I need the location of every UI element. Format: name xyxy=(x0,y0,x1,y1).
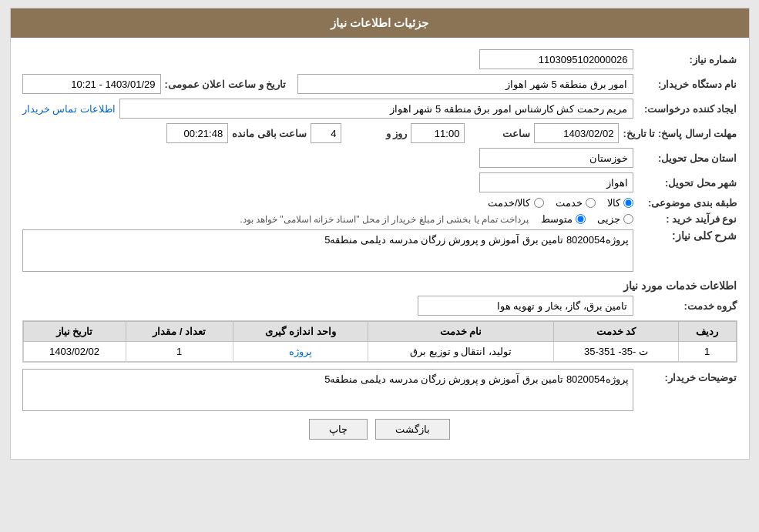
response-time-input[interactable] xyxy=(411,123,465,143)
back-button[interactable]: بازگشت xyxy=(375,419,450,440)
button-row: بازگشت چاپ xyxy=(22,419,737,447)
response-deadline-label: مهلت ارسال پاسخ: تا تاریخ: xyxy=(623,128,737,139)
creator-label: ایجاد کننده درخواست: xyxy=(637,103,737,115)
services-table: ردیف کد خدمت نام خدمت واحد اندازه گیری ت… xyxy=(23,321,737,362)
category-label-khadamat: خدمت xyxy=(556,197,583,209)
col-unit: واحد اندازه گیری xyxy=(233,322,368,342)
category-label: طبقه بندی موضوعی: xyxy=(637,197,737,209)
col-date: تاریخ نیاز xyxy=(23,322,126,342)
purchase-type-label-jozii: جزیی xyxy=(597,213,620,225)
services-section-title: اطلاعات خدمات مورد نیاز xyxy=(22,279,737,292)
print-button[interactable]: چاپ xyxy=(309,419,368,440)
purchase-type-label-motavaset: متوسط xyxy=(541,213,573,225)
cell-code: ت -35- 351-35 xyxy=(553,342,678,362)
buyer-desc-label: توضیحات خریدار: xyxy=(637,369,737,383)
purchase-type-radio-jozii[interactable] xyxy=(623,214,633,224)
cell-unit: پروژه xyxy=(233,342,368,362)
response-remaining-input[interactable] xyxy=(166,123,228,143)
service-group-label: گروه خدمت: xyxy=(637,300,737,312)
category-radio-khadamat[interactable] xyxy=(586,198,596,208)
response-time-label: ساعت xyxy=(468,128,530,139)
need-description-section-title: شرح کلی نیاز: xyxy=(637,229,737,242)
col-code: کد خدمت xyxy=(553,322,678,342)
category-option-khadamat: خدمت xyxy=(556,197,596,209)
category-radio-kala[interactable] xyxy=(623,198,633,208)
need-number-row: شماره نیاز: xyxy=(22,49,737,69)
need-number-input[interactable] xyxy=(479,49,633,69)
buyer-org-input[interactable] xyxy=(297,74,633,94)
services-table-container: ردیف کد خدمت نام خدمت واحد اندازه گیری ت… xyxy=(22,320,737,363)
category-label-kala: کالا xyxy=(607,197,620,209)
cell-row-num: 1 xyxy=(678,342,736,362)
buyer-desc-textarea[interactable]: پروژه8020054 تامین برق آموزش و پرورش زرگ… xyxy=(22,369,633,411)
province-row: استان محل تحویل: xyxy=(22,148,737,168)
category-row: طبقه بندی موضوعی: کالا خدمت کالا/خدمت xyxy=(22,197,737,209)
service-group-input[interactable] xyxy=(418,296,633,316)
category-radio-kala-khadamat[interactable] xyxy=(534,198,544,208)
purchase-type-radio-group: جزیی متوسط xyxy=(541,213,633,225)
buyer-org-label: نام دستگاه خریدار: xyxy=(637,79,737,90)
category-radio-group: کالا خدمت کالا/خدمت xyxy=(488,197,633,209)
need-number-label: شماره نیاز: xyxy=(637,54,737,65)
response-days-input[interactable] xyxy=(311,123,341,143)
purchase-type-label: نوع فرآیند خرید : xyxy=(637,213,737,225)
purchase-type-option-motavaset: متوسط xyxy=(541,213,586,225)
creator-row: ایجاد کننده درخواست: اطلاعات تماس خریدار xyxy=(22,99,737,119)
cell-quantity: 1 xyxy=(126,342,233,362)
deadline-row: مهلت ارسال پاسخ: تا تاریخ: ساعت روز و سا… xyxy=(22,123,737,143)
creator-input[interactable] xyxy=(119,99,633,119)
city-input[interactable] xyxy=(479,172,633,192)
need-description-textarea[interactable]: پروژه8020054 تامین برق آموزش و پرورش زرگ… xyxy=(22,229,633,272)
service-group-row: گروه خدمت: xyxy=(22,296,737,316)
city-row: شهر محل تحویل: xyxy=(22,172,737,192)
purchase-type-radio-motavaset[interactable] xyxy=(576,214,586,224)
response-date-input[interactable] xyxy=(534,123,619,143)
buyer-desc-row: توضیحات خریدار: پروژه8020054 تامین برق آ… xyxy=(22,369,737,411)
purchase-type-note: پرداخت تمام یا بخشی از مبلغ خریدار از مح… xyxy=(240,214,529,225)
buyer-org-row: نام دستگاه خریدار: تاریخ و ساعت اعلان عم… xyxy=(22,74,737,94)
page-header: جزئیات اطلاعات نیاز xyxy=(11,8,749,38)
city-label: شهر محل تحویل: xyxy=(637,177,737,189)
announce-datetime-label: تاریخ و ساعت اعلان عمومی: xyxy=(165,79,287,90)
need-description-row: شرح کلی نیاز: پروژه8020054 تامین برق آمو… xyxy=(22,229,737,272)
announce-datetime-input[interactable] xyxy=(22,74,161,94)
page-title: جزئیات اطلاعات نیاز xyxy=(331,16,428,29)
cell-name: تولید، انتقال و توزیع برق xyxy=(368,342,554,362)
contact-link[interactable]: اطلاعات تماس خریدار xyxy=(22,103,116,115)
province-label: استان محل تحویل: xyxy=(637,152,737,164)
col-quantity: تعداد / مقدار xyxy=(126,322,233,342)
response-days-label: روز و xyxy=(345,128,407,139)
col-name: نام خدمت xyxy=(368,322,554,342)
cell-date: 1403/02/02 xyxy=(23,342,126,362)
table-row: 1 ت -35- 351-35 تولید، انتقال و توزیع بر… xyxy=(23,342,736,362)
province-input[interactable] xyxy=(479,148,633,168)
purchase-type-row: نوع فرآیند خرید : جزیی متوسط پرداخت تمام… xyxy=(22,213,737,225)
col-row-num: ردیف xyxy=(678,322,736,342)
category-option-kala: کالا xyxy=(607,197,633,209)
category-option-kala-khadamat: کالا/خدمت xyxy=(488,197,544,209)
content-area: شماره نیاز: نام دستگاه خریدار: تاریخ و س… xyxy=(11,38,749,459)
main-container: جزئیات اطلاعات نیاز شماره نیاز: نام دستگ… xyxy=(10,8,750,460)
category-label-kala-khadamat: کالا/خدمت xyxy=(488,197,531,209)
response-remaining-label: ساعت باقی مانده xyxy=(232,128,307,139)
purchase-type-option-jozii: جزیی xyxy=(597,213,633,225)
